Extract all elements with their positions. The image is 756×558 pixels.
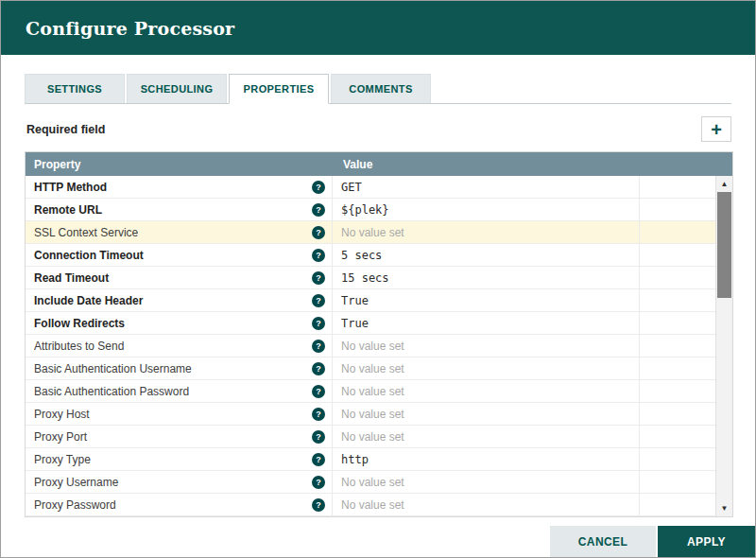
row-spacer [640,221,715,243]
value-cell[interactable]: No value set [333,221,640,243]
value-cell[interactable]: True [333,312,640,334]
value-cell[interactable]: 15 secs [333,267,640,288]
row-spacer [640,380,715,402]
column-header-property: Property [26,158,335,171]
value-cell[interactable]: 5 secs [333,244,640,266]
help-icon[interactable]: ? [312,317,325,330]
tab-properties[interactable]: PROPERTIES [229,74,329,104]
add-property-button[interactable]: + [701,116,731,142]
row-spacer [640,426,715,447]
help-icon[interactable]: ? [312,249,325,262]
row-spacer [640,448,715,470]
value-cell[interactable]: No value set [333,357,640,379]
property-cell: Read Timeout ? [26,267,333,288]
help-icon[interactable]: ? [312,294,325,307]
row-spacer [640,176,715,198]
table-row[interactable]: Proxy Type ? http [26,448,715,471]
property-cell: Include Date Header ? [26,289,333,311]
arrow-up-icon: ▲ [721,180,729,188]
value-cell[interactable]: GET [333,176,640,198]
property-name: Follow Redirects [34,317,125,330]
required-field-legend: Required field [25,123,105,136]
table-row[interactable]: Remote URL ? ${plek} [26,199,715,221]
property-name: Proxy Password [34,498,116,512]
help-icon[interactable]: ? [312,181,325,194]
property-name: Attributes to Send [34,340,124,353]
value-cell[interactable]: No value set [333,403,640,425]
property-cell: HTTP Method ? [26,176,333,198]
scrollbar[interactable]: ▲ ▼ [715,176,732,516]
property-name: SSL Context Service [34,226,138,239]
row-spacer [640,357,715,379]
properties-toolbar: Required field + [25,116,731,142]
table-row[interactable]: Attributes to Send ? No value set [26,335,715,357]
table-row[interactable]: Read Timeout ? 15 secs [26,267,715,289]
table-row[interactable]: Follow Redirects ? True [26,312,715,335]
help-icon[interactable]: ? [312,271,325,285]
scroll-down-button[interactable]: ▼ [716,500,732,516]
value-cell[interactable]: No value set [333,494,640,515]
property-cell: Proxy Username ? [26,471,333,493]
property-name: Proxy Type [34,453,91,466]
tab-bar: SETTINGS SCHEDULING PROPERTIES COMMENTS [25,74,731,104]
help-icon[interactable]: ? [312,362,325,375]
table-row[interactable]: SSL Context Service ? No value set [26,221,715,244]
property-name: Remote URL [34,203,102,217]
table-row[interactable]: HTTP Method ? GET [26,176,715,199]
property-cell: Connection Timeout ? [26,244,333,266]
help-icon[interactable]: ? [312,498,325,512]
property-name: HTTP Method [34,181,107,194]
help-icon[interactable]: ? [312,476,325,489]
help-icon[interactable]: ? [312,203,325,217]
row-spacer [640,471,715,493]
value-cell[interactable]: No value set [333,380,640,402]
value-cell[interactable]: No value set [333,426,640,447]
property-cell: Proxy Password ? [26,494,333,515]
help-icon[interactable]: ? [312,340,325,353]
value-cell[interactable]: ${plek} [333,199,640,220]
table-body: HTTP Method ? GET Remote URL ? ${plek} S… [26,176,732,516]
table-row[interactable]: Connection Timeout ? 5 secs [26,244,715,267]
property-cell: Attributes to Send ? [26,335,333,357]
row-spacer [640,267,715,288]
row-spacer [640,494,715,515]
table-row[interactable]: Include Date Header ? True [26,289,715,312]
cancel-button[interactable]: CANCEL [550,526,656,557]
apply-button[interactable]: APPLY [658,526,755,557]
table-row[interactable]: Proxy Username ? No value set [26,471,715,494]
scroll-thumb[interactable] [717,192,731,298]
property-name: Proxy Username [34,476,118,489]
row-spacer [640,403,715,425]
help-icon[interactable]: ? [312,385,325,398]
tab-comments[interactable]: COMMENTS [331,74,431,103]
value-cell[interactable]: True [333,289,640,311]
dialog-footer: CANCEL APPLY [550,526,755,557]
property-cell: Remote URL ? [26,199,333,220]
value-cell[interactable]: No value set [333,335,640,357]
configure-processor-dialog: Configure Processor SETTINGS SCHEDULING … [0,0,756,558]
help-icon[interactable]: ? [312,408,325,421]
row-spacer [640,312,715,334]
table-row[interactable]: Basic Authentication Username ? No value… [26,357,715,380]
row-spacer [640,335,715,357]
value-cell[interactable]: http [333,448,640,470]
value-cell[interactable]: No value set [333,471,640,493]
table-row[interactable]: Basic Authentication Password ? No value… [26,380,715,403]
help-icon[interactable]: ? [312,453,325,466]
property-name: Proxy Host [34,408,90,421]
property-name: Include Date Header [34,294,143,307]
tab-settings[interactable]: SETTINGS [25,74,125,103]
property-name: Basic Authentication Username [34,362,192,375]
help-icon[interactable]: ? [312,226,325,239]
scroll-up-button[interactable]: ▲ [716,176,732,192]
tab-scheduling[interactable]: SCHEDULING [127,74,227,103]
row-spacer [640,289,715,311]
property-cell: SSL Context Service ? [26,221,333,243]
table-row[interactable]: Proxy Password ? No value set [26,494,715,516]
property-cell: Proxy Type ? [26,448,333,470]
table-row[interactable]: Proxy Port ? No value set [26,426,715,448]
table-header-row: Property Value [26,152,732,176]
help-icon[interactable]: ? [312,430,325,444]
table-row[interactable]: Proxy Host ? No value set [26,403,715,426]
dialog-header: Configure Processor [1,1,755,55]
